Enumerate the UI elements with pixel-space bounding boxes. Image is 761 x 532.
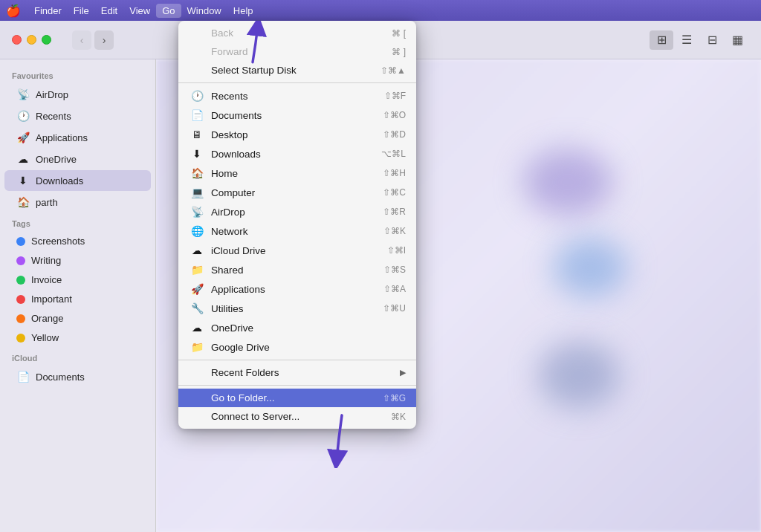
sidebar-item-screenshots[interactable]: Screenshots <box>4 232 151 250</box>
grid-view-button[interactable]: ⊞ <box>650 30 673 50</box>
menu-item-go-to-folder-shortcut: ⇧⌘G <box>383 393 406 403</box>
menubar: 🍎 Finder File Edit View Go Window Help <box>0 0 761 21</box>
sidebar-item-yellow[interactable]: Yellow <box>4 328 151 347</box>
menu-item-connect-server[interactable]: Connect to Server... ⌘K <box>178 407 416 426</box>
documents-icon: 📄 <box>16 370 30 383</box>
close-button[interactable] <box>12 35 22 45</box>
sidebar-item-orange[interactable]: Orange <box>4 309 151 328</box>
menu-item-applications[interactable]: 🚀 Applications ⇧⌘A <box>178 279 416 299</box>
menu-item-network-shortcut: ⇧⌘K <box>383 226 406 236</box>
sidebar-item-downloads[interactable]: ⬇ Downloads <box>4 170 151 191</box>
maximize-button[interactable] <box>42 35 51 45</box>
menu-item-recents-label: Recents <box>211 91 384 102</box>
menu-item-applications-label: Applications <box>211 284 383 295</box>
menu-sep-3 <box>178 385 416 386</box>
menu-item-icloud-shortcut: ⇧⌘I <box>387 245 406 256</box>
menu-item-computer-shortcut: ⇧⌘C <box>383 187 406 198</box>
sidebar-label-important: Important <box>31 293 72 305</box>
sidebar-item-invoice[interactable]: Invoice <box>4 270 151 289</box>
menu-item-forward[interactable]: Forward ⌘ ] <box>178 42 416 61</box>
menu-item-icloud-label: iCloud Drive <box>211 245 387 256</box>
back-button[interactable]: ‹ <box>72 30 91 50</box>
menubar-view[interactable]: View <box>123 4 156 18</box>
icloud-menu-icon: ☁ <box>189 244 205 256</box>
sidebar-item-important[interactable]: Important <box>4 290 151 308</box>
sidebar-item-onedrive[interactable]: ☁ OneDrive <box>4 149 151 169</box>
menu-item-desktop-label: Desktop <box>211 129 383 140</box>
forward-button[interactable]: › <box>94 30 114 50</box>
sidebar: Favourites 📡 AirDrop 🕐 Recents 🚀 Applica… <box>0 59 156 532</box>
sidebar-item-writing[interactable]: Writing <box>4 251 151 270</box>
menu-item-network[interactable]: 🌐 Network ⇧⌘K <box>178 221 416 241</box>
go-dropdown-menu: Back ⌘ [ Forward ⌘ ] Select Startup Disk… <box>178 21 416 429</box>
annotation-arrow-up <box>230 21 275 65</box>
sidebar-item-airdrop[interactable]: 📡 AirDrop <box>4 84 151 105</box>
recents-icon: 🕐 <box>16 109 30 123</box>
menu-item-go-to-folder[interactable]: Go to Folder... ⇧⌘G <box>178 389 416 407</box>
menu-item-shared-label: Shared <box>211 265 383 276</box>
sidebar-label-recents: Recents <box>36 111 71 122</box>
menu-item-startup-label: Select Startup Disk <box>211 65 380 76</box>
applications-icon: 🚀 <box>16 131 30 144</box>
favourites-section-title: Favourites <box>0 65 155 83</box>
menu-item-utilities[interactable]: 🔧 Utilities ⇧⌘U <box>178 299 416 318</box>
yellow-dot <box>16 334 25 343</box>
menu-item-airdrop[interactable]: 📡 AirDrop ⇧⌘R <box>178 202 416 221</box>
menu-item-googledrive[interactable]: 📁 Google Drive <box>178 337 416 357</box>
menubar-finder[interactable]: Finder <box>28 4 68 18</box>
important-dot <box>16 295 25 304</box>
menubar-file[interactable]: File <box>68 4 95 18</box>
sidebar-label-yellow: Yellow <box>31 332 59 343</box>
minimize-button[interactable] <box>27 35 36 45</box>
menubar-edit[interactable]: Edit <box>95 4 123 18</box>
airdrop-menu-icon: 📡 <box>189 206 205 218</box>
menu-item-shared[interactable]: 📁 Shared ⇧⌘S <box>178 260 416 279</box>
menu-item-back[interactable]: Back ⌘ [ <box>178 24 416 42</box>
menubar-window[interactable]: Window <box>181 4 227 18</box>
menu-item-go-to-folder-label: Go to Folder... <box>211 392 383 403</box>
menu-item-computer-label: Computer <box>211 187 383 198</box>
writing-dot <box>16 256 25 265</box>
menu-item-onedrive[interactable]: ☁ OneDrive <box>178 318 416 337</box>
menu-item-home[interactable]: 🏠 Home ⇧⌘H <box>178 163 416 183</box>
menu-sep-1 <box>178 82 416 83</box>
sidebar-label-orange: Orange <box>31 313 63 324</box>
computer-menu-icon: 💻 <box>189 186 205 198</box>
menu-item-desktop[interactable]: 🖥 Desktop ⇧⌘D <box>178 125 416 144</box>
sidebar-item-parth[interactable]: 🏠 parth <box>4 192 151 213</box>
menu-sep-2 <box>178 360 416 360</box>
sidebar-item-documents[interactable]: 📄 Documents <box>4 366 151 387</box>
menu-item-home-label: Home <box>211 168 383 179</box>
downloads-menu-icon: ⬇ <box>189 148 205 160</box>
sidebar-item-applications[interactable]: 🚀 Applications <box>4 127 151 148</box>
decorative-blob-3 <box>538 342 620 409</box>
sidebar-label-screenshots: Screenshots <box>31 236 85 247</box>
menu-item-recents[interactable]: 🕐 Recents ⇧⌘F <box>178 86 416 106</box>
list-view-button[interactable]: ☰ <box>675 30 699 50</box>
traffic-lights <box>12 35 51 45</box>
menubar-go[interactable]: Go <box>156 4 181 18</box>
sidebar-label-writing: Writing <box>31 255 61 266</box>
menubar-help[interactable]: Help <box>227 4 259 18</box>
sidebar-label-onedrive: OneDrive <box>36 154 77 165</box>
menu-item-googledrive-label: Google Drive <box>211 342 406 353</box>
icloud-section-title: iCloud <box>0 348 155 366</box>
menu-item-airdrop-shortcut: ⇧⌘R <box>383 207 406 217</box>
tags-section-title: Tags <box>0 213 155 231</box>
sidebar-item-recents[interactable]: 🕐 Recents <box>4 106 151 126</box>
menu-item-startup[interactable]: Select Startup Disk ⇧⌘▲ <box>178 61 416 80</box>
recents-menu-icon: 🕐 <box>189 90 205 102</box>
menu-item-startup-shortcut: ⇧⌘▲ <box>380 65 406 76</box>
downloads-icon: ⬇ <box>16 174 30 187</box>
column-view-button[interactable]: ⊟ <box>700 30 724 50</box>
menu-item-downloads[interactable]: ⬇ Downloads ⌥⌘L <box>178 144 416 163</box>
googledrive-menu-icon: 📁 <box>189 341 205 353</box>
apple-menu[interactable]: 🍎 <box>6 4 21 18</box>
sidebar-label-airdrop: AirDrop <box>36 89 68 100</box>
sidebar-label-invoice: Invoice <box>31 274 62 285</box>
gallery-view-button[interactable]: ▦ <box>725 30 749 50</box>
menu-item-documents[interactable]: 📄 Documents ⇧⌘O <box>178 106 416 125</box>
menu-item-recent-folders[interactable]: Recent Folders ▶ <box>178 363 416 382</box>
menu-item-computer[interactable]: 💻 Computer ⇧⌘C <box>178 183 416 202</box>
menu-item-icloud[interactable]: ☁ iCloud Drive ⇧⌘I <box>178 241 416 260</box>
